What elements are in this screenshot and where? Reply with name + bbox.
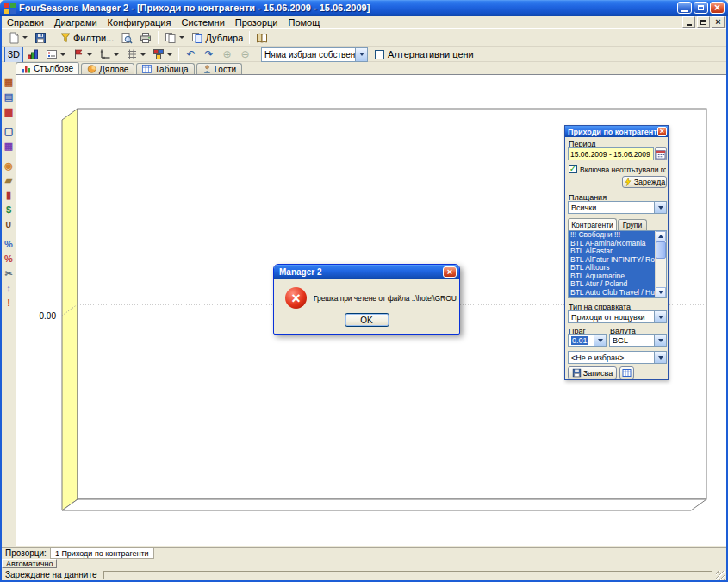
maximize-button[interactable] xyxy=(694,2,708,14)
rotate-left-button[interactable]: ↶ xyxy=(182,47,200,63)
scroll-up-button[interactable] xyxy=(656,231,666,241)
table-view-button[interactable] xyxy=(619,366,634,379)
save-report-button[interactable]: Записва xyxy=(568,366,617,379)
bar-sales-button[interactable]: ∪ xyxy=(3,218,16,231)
tab-guests[interactable]: Гости xyxy=(196,63,242,74)
ledger-button[interactable]: ▮ xyxy=(3,189,16,202)
list-scrollbar[interactable] xyxy=(655,231,666,297)
terminal-button[interactable]: ▢ xyxy=(3,125,16,138)
scrollbar-thumb[interactable] xyxy=(656,241,666,259)
titlebar[interactable]: FourSeasons Manager 2 - [Приходи по конт… xyxy=(0,0,728,16)
menu-help[interactable]: Помощ xyxy=(283,16,325,28)
marks-button[interactable] xyxy=(69,47,96,63)
owners-combo[interactable]: Няма избран собственици xyxy=(261,47,368,62)
scrollbar-track[interactable] xyxy=(656,259,666,287)
planning-calendar-button[interactable]: ▦ xyxy=(3,76,16,89)
legend-button[interactable] xyxy=(42,47,69,63)
list-item[interactable]: BTL Aquamarine xyxy=(569,272,655,281)
menubar: Справки Диаграми Конфигурация Системни П… xyxy=(2,16,726,28)
copy-button[interactable] xyxy=(161,29,188,46)
list-item[interactable]: BTL AlFatur INFINITY/ Romani xyxy=(569,256,655,265)
cash-button[interactable]: $ xyxy=(3,203,16,216)
alerts-button[interactable]: ! xyxy=(3,297,16,310)
minimize-button[interactable] xyxy=(677,2,692,14)
error-dialog-titlebar[interactable]: Manager 2 xyxy=(274,265,459,279)
duplicate-button[interactable]: Дублира xyxy=(188,29,246,46)
threshold-field[interactable]: 0.01 xyxy=(568,334,607,347)
statusbar: Зареждане на данните xyxy=(2,569,726,580)
menu-system[interactable]: Системни xyxy=(176,16,229,28)
zoom-in-button[interactable]: ⊕ xyxy=(218,47,236,63)
query-panel-close-button[interactable] xyxy=(657,127,667,136)
list-item[interactable]: !!! Свободни !!! xyxy=(569,231,655,240)
occupancy-chart-button[interactable]: ▆ xyxy=(3,105,16,118)
auto-button[interactable]: Автоматично xyxy=(2,559,57,568)
menu-reports[interactable]: Справки xyxy=(2,16,49,28)
manual-button[interactable] xyxy=(252,29,271,46)
save-button[interactable] xyxy=(31,29,50,46)
tab-slices[interactable]: Дялове xyxy=(81,63,134,74)
stock-button[interactable]: ▰ xyxy=(3,174,16,187)
discounts-button[interactable]: % xyxy=(3,253,16,266)
query-panel-titlebar[interactable]: Приходи по контрагенти xyxy=(565,126,668,137)
save-small-icon xyxy=(572,368,582,378)
tab-groups[interactable]: Групи xyxy=(618,219,647,230)
menu-windows[interactable]: Прозорци xyxy=(230,16,283,28)
resize-grip[interactable] xyxy=(716,571,725,580)
series-gallery-button[interactable] xyxy=(23,47,42,63)
tab-bars[interactable]: Стълбове xyxy=(16,62,79,74)
print-preview-button[interactable] xyxy=(117,29,136,46)
error-dialog-close-button[interactable] xyxy=(443,266,457,278)
payments-combo[interactable]: Всички xyxy=(568,201,667,214)
walls-color-button[interactable] xyxy=(149,47,176,63)
report-type-combo[interactable]: Приходи от нощувки xyxy=(568,310,667,323)
combo-arrow-button[interactable] xyxy=(654,202,666,213)
rotate-right-button[interactable]: ↷ xyxy=(200,47,218,63)
reservations-table-button[interactable]: ▦ xyxy=(3,140,16,153)
list-item[interactable]: BTL Atur / Poland xyxy=(569,280,655,289)
child-close-button[interactable] xyxy=(712,16,725,28)
tab-contractors[interactable]: Контрагенти xyxy=(568,218,617,230)
calendar-button[interactable] xyxy=(655,147,667,160)
template-combo[interactable]: <Не е избран> xyxy=(568,351,667,364)
open-window-button[interactable]: 1 Приходи по контрагенти xyxy=(50,548,154,559)
statistics-button[interactable]: % xyxy=(3,238,16,251)
guests-button[interactable]: ◉ xyxy=(3,160,16,172)
ok-button[interactable]: OK xyxy=(345,313,389,327)
tab-table[interactable]: Таблица xyxy=(136,63,194,74)
period-field[interactable]: 15.06.2009 - 15.06.2009 xyxy=(568,147,654,160)
guest-icon xyxy=(202,65,212,73)
list-item[interactable]: BTL AFamina/Romania xyxy=(569,240,655,248)
scroll-down-button[interactable] xyxy=(656,287,666,297)
child-restore-button[interactable] xyxy=(697,16,710,28)
window-border-left xyxy=(0,16,2,582)
list-item[interactable]: BTL Auto Club Travel / Hunga xyxy=(569,289,655,297)
contractors-list[interactable]: !!! Свободни !!! BTL AFamina/Romania BTL… xyxy=(568,230,667,298)
cut-button[interactable]: ✂ xyxy=(3,267,16,280)
print-button[interactable] xyxy=(136,29,155,46)
list-item[interactable]: BTL Alltours xyxy=(569,264,655,272)
combo-arrow-button[interactable] xyxy=(355,48,367,61)
currency-combo[interactable]: BGL xyxy=(609,334,667,347)
owners-combo-value: Няма избран собственици xyxy=(262,50,355,59)
combo-arrow-button[interactable] xyxy=(654,311,666,322)
room-status-button[interactable]: ▤ xyxy=(3,91,16,103)
transfers-button[interactable]: ↕ xyxy=(3,282,16,295)
combo-arrow-button[interactable] xyxy=(654,335,666,346)
list-item[interactable]: BTL AlFastar xyxy=(569,247,655,256)
menu-charts[interactable]: Диаграми xyxy=(49,16,103,28)
3d-toggle-button[interactable]: 3D xyxy=(4,47,23,63)
new-report-button[interactable] xyxy=(4,29,31,46)
zoom-out-button[interactable]: ⊖ xyxy=(236,47,254,63)
alt-prices-checkbox[interactable] xyxy=(375,50,384,59)
include-guests-checkbox[interactable] xyxy=(569,165,577,173)
grid-button[interactable] xyxy=(122,47,149,63)
combo-arrow-button[interactable] xyxy=(594,335,606,346)
combo-arrow-button[interactable] xyxy=(654,352,666,363)
close-button[interactable] xyxy=(710,2,725,14)
load-button[interactable]: Зарежда xyxy=(622,176,667,188)
menu-configuration[interactable]: Конфигурация xyxy=(103,16,177,28)
filter-button[interactable]: Филтри... xyxy=(56,29,117,46)
axes-button[interactable] xyxy=(96,47,122,63)
child-minimize-button[interactable] xyxy=(682,16,695,28)
